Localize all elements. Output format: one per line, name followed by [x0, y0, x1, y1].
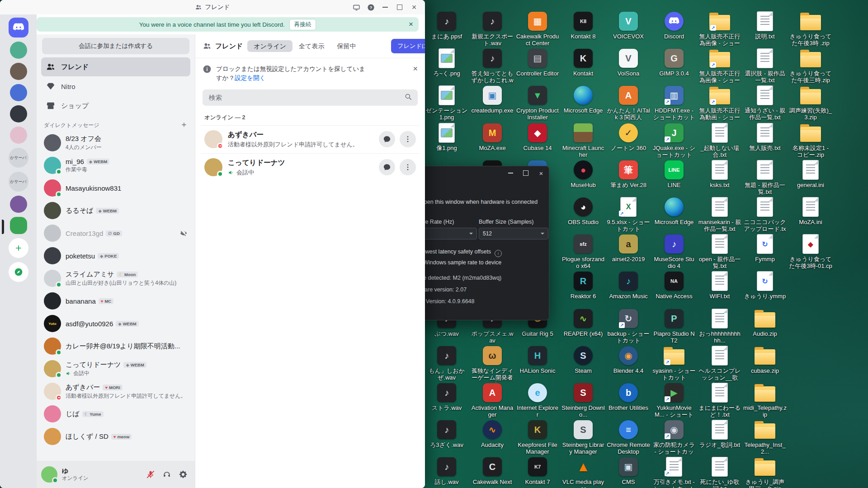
info-close-icon[interactable]: × — [413, 65, 418, 73]
desktop-icon[interactable]: X↗9.5.xlsx - ショートカット — [607, 197, 650, 233]
discord-home-button[interactable] — [9, 18, 28, 38]
info-icon[interactable]: i — [495, 250, 502, 257]
server-icon[interactable] — [10, 42, 27, 59]
desktop-icon[interactable]: KKontakt — [561, 48, 605, 77]
desktop-icon[interactable]: 選択肢 - 親作品一覧.txt — [743, 48, 787, 84]
desktop-icon[interactable]: K8Kontakt 8 — [561, 11, 605, 40]
desktop-icon[interactable]: AActivation Manager — [471, 382, 514, 418]
desktop-icon[interactable]: ↗無人販売不正行為画像 - ショートカット — [698, 48, 741, 85]
desktop-icon[interactable]: ♪Amazon Music — [607, 271, 650, 300]
dm-item[interactable]: Creator13gd∅GD — [40, 222, 191, 244]
desktop-icon[interactable]: Discord — [652, 11, 696, 40]
desktop-icon[interactable]: きゅうり食ってた午後3時 .zip — [789, 11, 832, 47]
desktop-icon[interactable]: ksks.txt — [698, 160, 741, 188]
desktop-icon[interactable]: 通知うざい - 親作品一覧.txt — [743, 85, 787, 121]
sidebar-item-nitro[interactable]: Nitro — [41, 77, 190, 96]
desktop-icon[interactable]: ✓ノートン 360 — [607, 122, 650, 151]
dialog-minimize-button[interactable] — [503, 166, 518, 180]
server-icon[interactable] — [10, 196, 27, 213]
desktop-icon[interactable]: 無人販売.txt — [743, 122, 787, 151]
desktop-icon[interactable]: J↗JQuake.exe - ショートカット — [652, 122, 696, 159]
desktop-icon[interactable]: ろ~く.png — [425, 48, 468, 77]
desktop-icon[interactable]: eInternet Explorer — [516, 382, 559, 418]
desktop-icon[interactable]: Microsoft Edge — [561, 85, 605, 114]
message-button[interactable] — [379, 131, 395, 147]
message-button[interactable] — [379, 159, 395, 175]
desktop-icon[interactable]: ↗syasinn - ショートカット — [652, 345, 696, 381]
desktop-icon[interactable]: ▲VLC media player — [561, 456, 605, 488]
desktop-icon[interactable]: LINELINE — [652, 160, 696, 188]
desktop-icon[interactable]: CCakewalk Next — [471, 456, 514, 485]
avatar[interactable] — [41, 466, 57, 483]
desktop-icon[interactable]: bBrother Utilities — [607, 382, 650, 411]
dm-item[interactable]: ほしくず / SD♥meow — [40, 425, 191, 448]
desktop-icon[interactable]: 死にたい_ゆ歌詞.txt — [698, 456, 741, 488]
friend-row[interactable]: あずきバー活動者様以外原則フレンド申請許可してません。 — [201, 125, 420, 153]
server-icon[interactable] — [10, 84, 27, 101]
desktop-icon[interactable]: ゼンテーション1.png — [425, 85, 468, 121]
desktop-icon[interactable]: open - 親作品一覧.txt — [698, 234, 741, 270]
open-on-connect-checkbox[interactable]: Open this window when hardware is connec… — [409, 198, 538, 205]
dm-item[interactable]: あずきバー♥MORI活動者様以外原則フレンド申請許可してません。 — [40, 380, 191, 403]
desktop-icon[interactable]: SSteinberg Downlo... — [561, 382, 605, 418]
server-icon[interactable]: かサーバ — [9, 148, 28, 168]
dm-item[interactable]: じば☾Yume — [40, 403, 191, 425]
desktop-icon[interactable]: ∿Audacity — [471, 419, 514, 448]
desktop-icon[interactable]: Audio.zip — [743, 308, 787, 337]
sidebar-item-friends[interactable]: フレンド — [41, 57, 190, 76]
add-friend-button[interactable]: フレンドに追加 — [391, 39, 425, 53]
dialog-maximize-button[interactable] — [518, 166, 533, 180]
desktop-icon[interactable]: ♪話し.wav — [425, 456, 468, 485]
desktop-icon[interactable]: ♪答え知ってともずかしわこれ.wav — [471, 48, 514, 85]
desktop-icon[interactable]: ▶↗YukkunMovieM... - ショートカット — [652, 382, 696, 419]
desktop-icon[interactable]: おっhhhhhhhhhhh... — [698, 308, 741, 344]
desktop-icon[interactable]: ♪まにあ.ppsf — [425, 11, 468, 40]
desktop-icon[interactable]: NANative Access — [652, 271, 696, 300]
desktop-icon[interactable]: ●MuseHub — [561, 160, 605, 188]
server-icon[interactable]: かサーバ — [9, 172, 28, 192]
desktop-icon[interactable]: VVOICEVOX — [607, 11, 650, 40]
desktop-icon[interactable]: _起動しない場合.txt — [698, 122, 741, 159]
friend-row[interactable]: こってりドーナツ会話中 — [201, 153, 420, 181]
desktop-icon[interactable]: ↗無人販売不正行為動画 - ショートカット — [698, 85, 741, 122]
dm-item[interactable]: poketetsu◆POKE — [40, 244, 191, 267]
desktop-icon[interactable]: ♪ろ3ざく.wav — [425, 419, 468, 448]
dm-item[interactable]: カレー卯丼@8/19より期限不明活動... — [40, 335, 191, 357]
more-button[interactable] — [400, 159, 416, 175]
desktop-icon[interactable]: 像1.png — [425, 122, 468, 151]
gear-icon[interactable] — [176, 467, 190, 482]
minimize-button[interactable] — [378, 1, 392, 14]
desktop-icon[interactable]: ラジオ_歌詞.txt — [698, 419, 741, 448]
open-settings-link[interactable]: 設定を開く — [235, 75, 265, 81]
desktop-icon[interactable]: K7Kontakt 7 — [516, 456, 559, 485]
desktop-icon[interactable]: ♪ストラ.wav — [425, 382, 468, 411]
desktop-icon[interactable]: まにまにわーるど！.txt — [698, 382, 741, 418]
desktop-icon[interactable]: Aかんたん！AITalk 3 関西人 — [607, 85, 650, 121]
more-button[interactable] — [400, 131, 416, 147]
tab-全て表示[interactable]: 全て表示 — [292, 40, 330, 52]
desktop-icon[interactable]: ▦Cakewalk Product Center — [516, 11, 559, 47]
desktop-icon[interactable]: HHALion Sonic — [516, 345, 559, 374]
popout-icon[interactable] — [349, 1, 363, 14]
desktop-icon[interactable]: aairset2-2019 — [607, 234, 650, 263]
server-icon[interactable] — [10, 217, 27, 234]
desktop-icon[interactable]: 名称未設定1 - コピー.zip — [789, 122, 832, 159]
desktop-icon[interactable]: KKeepforest File Manager — [516, 419, 559, 455]
desktop-icon[interactable]: ▤Controller Editor — [516, 48, 559, 77]
eye-slash-icon[interactable] — [179, 229, 188, 237]
desktop-icon[interactable]: きゅうり_調声用データ.zip — [743, 456, 787, 488]
dm-item[interactable]: Yutoasdf@yuto0926◆WEBM — [40, 312, 191, 335]
desktop-icon[interactable]: Minecraft Launcher — [561, 122, 605, 159]
desktop-icon[interactable]: ↗無人販売不正行為画像 - ショートカッ... — [698, 11, 741, 48]
desktop-icon[interactable]: ◉Blender 4.4 — [607, 345, 650, 374]
desktop-icon[interactable]: ↗万引きメモ.txt - ショートカット — [652, 456, 696, 488]
desktop-icon[interactable]: ♪新規エクスポート.wav — [471, 11, 514, 47]
desktop-icon[interactable]: ◆Cubase 14 — [516, 122, 559, 151]
explore-servers-button[interactable] — [9, 262, 28, 282]
dm-item[interactable]: 8/23 オフ会4人のメンバー — [40, 131, 191, 154]
desktop-icon[interactable]: ◕OBS Studio — [561, 197, 605, 225]
desktop-icon[interactable]: cubase.zip — [743, 345, 787, 374]
desktop-icon[interactable]: ▣CMS — [607, 456, 650, 485]
desktop-icon[interactable]: ♪MuseScore Studio 4 — [652, 234, 696, 270]
desktop-icon[interactable]: RReaktor 6 — [561, 271, 605, 300]
